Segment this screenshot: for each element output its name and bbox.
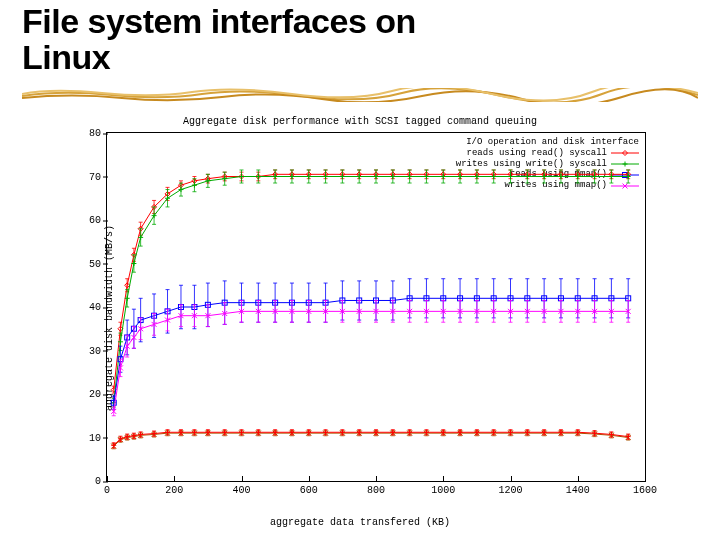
y-tick: 60 [89,215,107,226]
plot-area: I/O operation and disk interface reads u… [106,132,646,482]
chart: Aggregate disk performance with SCSI tag… [60,118,660,518]
x-tick: 1600 [633,481,657,496]
x-tick: 200 [165,481,183,496]
y-tick: 10 [89,432,107,443]
x-tick: 1200 [498,481,522,496]
x-tick: 1000 [431,481,455,496]
title-underline-decoration [22,88,698,102]
x-axis-label: aggregate data transfered (KB) [60,517,660,528]
title-line-1: File system interfaces on [22,2,416,40]
title-line-2: Linux [22,38,110,76]
data-series [107,133,645,481]
y-tick: 20 [89,389,107,400]
x-tick: 0 [104,481,110,496]
y-tick: 30 [89,345,107,356]
y-tick: 70 [89,171,107,182]
x-tick: 800 [367,481,385,496]
chart-title: Aggregate disk performance with SCSI tag… [60,116,660,127]
y-tick: 50 [89,258,107,269]
y-tick: 80 [89,128,107,139]
y-tick: 40 [89,302,107,313]
x-tick: 600 [300,481,318,496]
x-tick: 400 [232,481,250,496]
x-tick: 1400 [566,481,590,496]
slide-title: File system interfaces on Linux [22,4,416,75]
